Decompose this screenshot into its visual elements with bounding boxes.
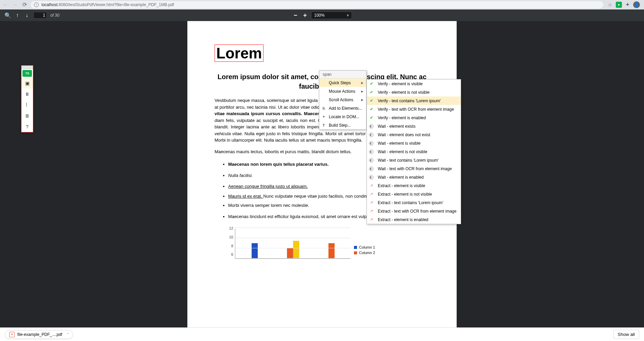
selected-span[interactable]: Lorem (215, 44, 264, 62)
context-item-scroll-actions[interactable]: Scroll Actions▶ (319, 95, 366, 104)
quickstep-item[interactable]: ↗Extract - text contains 'Lorem ipsum' (367, 198, 461, 207)
quickstep-item[interactable]: ◐Wait - text contains 'Lorem ipsum' (367, 156, 461, 164)
quickstep-item[interactable]: ✔Verify - text with OCR from element ima… (367, 105, 461, 113)
page-total-label: of 30 (50, 13, 60, 18)
browser-toolbar: ← → ⟳ i localhost:8080/testStudioPdfView… (0, 0, 644, 10)
zoom-select[interactable]: 100% (311, 12, 352, 19)
highlight-button[interactable]: ▣ (21, 78, 33, 89)
download-chip[interactable]: ▾ file-example_PDF_....pdf ˄ (5, 330, 73, 339)
download-filename: file-example_PDF_....pdf (17, 332, 62, 337)
site-info-icon[interactable]: i (34, 2, 39, 7)
quickstep-item[interactable]: ↗Extract - text with OCR from element im… (367, 207, 461, 215)
url-host: localhost:8080/testStudioPdfViewer.html?… (41, 2, 174, 7)
test-studio-toolbar[interactable]: TS ▣ ⏸ ⠇ 🗎 ? (21, 65, 33, 132)
browser-right-controls: ☆ ● ✦ 👤 (606, 1, 642, 8)
quickstep-item[interactable]: ◐Wait - element exists (367, 122, 461, 130)
quickstep-item[interactable]: ✔Verify - element is visible (367, 79, 461, 88)
page-title: Lorem (215, 45, 429, 62)
toolbar-grip[interactable] (21, 66, 33, 69)
back-button[interactable]: ← (2, 1, 9, 8)
forward-button[interactable]: → (12, 1, 18, 8)
quickstep-item[interactable]: ◐Wait - element does not exist (367, 130, 461, 139)
prev-page-icon[interactable]: ↑ (14, 12, 20, 18)
quickstep-item[interactable]: ↗Extract - element is visible (367, 181, 461, 190)
pdf-toolbar: 🔍 ↑ ↓ of 30 − + 100% (0, 10, 644, 21)
context-item-locate-in-dom-[interactable]: ⌖Locate in DOM... (319, 112, 366, 121)
context-item-mouse-actions[interactable]: Mouse Actions▶ (319, 87, 366, 95)
quickstep-item[interactable]: ✔Verify - text contains 'Lorem ipsum' (367, 96, 461, 105)
page-number-input[interactable] (33, 12, 47, 19)
address-bar[interactable]: i localhost:8080/testStudioPdfViewer.htm… (31, 1, 603, 8)
profile-avatar[interactable]: 👤 (633, 1, 640, 8)
quickstep-item[interactable]: ◐Wait - element is enabled (367, 173, 461, 181)
pdf-file-icon: ▾ (9, 332, 15, 337)
pdf-chart: 121086 Column 1Column 2 (215, 228, 429, 259)
quickstep-item[interactable]: ↗Extract - element is enabled (367, 215, 461, 224)
ts-logo-button[interactable]: TS (22, 70, 32, 77)
extension-icon[interactable]: ● (616, 2, 622, 8)
quickstep-item[interactable]: ◐Wait - text with OCR from element image (367, 164, 461, 173)
next-page-icon[interactable]: ↓ (24, 12, 30, 18)
show-all-button[interactable]: Show all (613, 330, 639, 339)
extensions-menu-icon[interactable]: ✦ (625, 1, 630, 8)
quickstep-item[interactable]: ◐Wait - element is not visible (367, 147, 461, 156)
search-icon[interactable]: 🔍 (5, 12, 11, 18)
chart-legend: Column 1Column 2 (354, 245, 375, 259)
context-header: span (319, 71, 366, 78)
quickstep-item[interactable]: ◐Wait - element is visible (367, 139, 461, 147)
context-item-add-to-elements-[interactable]: ⎘Add to Elements... (319, 104, 366, 112)
zoom-out-button[interactable]: − (292, 12, 299, 19)
context-item-quick-steps[interactable]: Quick Steps▶ (319, 78, 366, 87)
context-menu-secondary[interactable]: ✔Verify - element is visible✔Verify - el… (367, 79, 461, 224)
quickstep-item[interactable]: ✔Verify - element is enabled (367, 113, 461, 122)
chevron-up-icon[interactable]: ˄ (67, 333, 69, 336)
quickstep-item[interactable]: ✔Verify - element is not visible (367, 88, 461, 96)
context-menu-primary[interactable]: span Quick Steps▶Mouse Actions▶Scroll Ac… (319, 70, 367, 130)
pause-button[interactable]: ⏸ (21, 89, 33, 100)
bookmark-icon[interactable]: ☆ (608, 2, 612, 7)
zoom-in-button[interactable]: + (302, 12, 308, 19)
pdf-content-area: TS ▣ ⏸ ⠇ 🗎 ? Lorem Lorem ipsum dolor sit… (0, 21, 644, 327)
help-button[interactable]: ? (21, 121, 33, 132)
doc-button[interactable]: 🗎 (21, 110, 33, 121)
download-bar: ▾ file-example_PDF_....pdf ˄ Show all (0, 327, 644, 341)
quickstep-item[interactable]: ↗Extract - element is not visible (367, 190, 461, 198)
tree-button[interactable]: ⠇ (21, 100, 33, 110)
reload-button[interactable]: ⟳ (21, 1, 28, 8)
context-item-build-step-[interactable]: TBuild Step... (319, 121, 366, 129)
